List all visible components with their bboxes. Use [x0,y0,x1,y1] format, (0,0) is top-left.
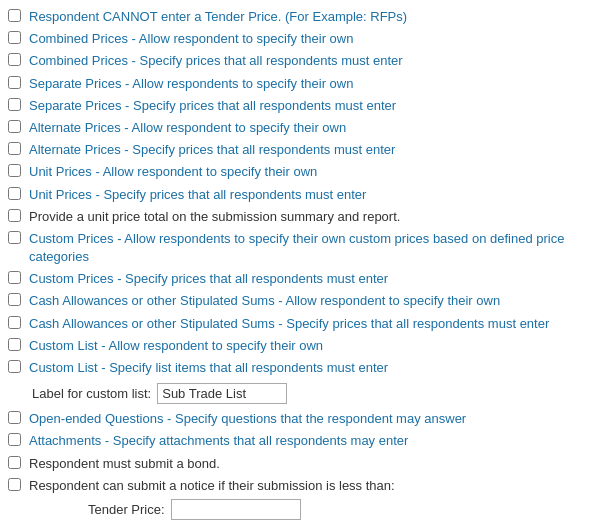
checkbox-label: Separate Prices - Specify prices that al… [29,97,396,115]
main-content: Respondent CANNOT enter a Tender Price. … [0,0,610,522]
checkbox-row: Cash Allowances or other Stipulated Sums… [8,313,602,335]
checkbox-cb1[interactable] [8,9,21,22]
checkbox-cb9[interactable] [8,187,21,200]
checkbox-cb3[interactable] [8,53,21,66]
checkbox-row: Custom List - Allow respondent to specif… [8,335,602,357]
checkbox-row: Respondent can submit a notice if their … [8,475,602,497]
checkbox-row: Unit Prices - Specify prices that all re… [8,184,602,206]
checkbox-row: Combined Prices - Allow respondent to sp… [8,28,602,50]
checkbox-cb11[interactable] [8,231,21,244]
checkbox-cb4[interactable] [8,76,21,89]
checkbox-label: Respondent must submit a bond. [29,455,220,473]
checkbox-cb20[interactable] [8,478,21,491]
checkbox-cb17[interactable] [8,411,21,424]
custom-list-row: Label for custom list: [32,379,602,408]
checkbox-cb16[interactable] [8,360,21,373]
checkbox-row: Separate Prices - Allow respondents to s… [8,73,602,95]
checkbox-label: Cash Allowances or other Stipulated Sums… [29,315,549,333]
checkbox-cb14[interactable] [8,316,21,329]
checkbox-row: Custom Prices - Specify prices that all … [8,268,602,290]
checkboxes-group1: Respondent CANNOT enter a Tender Price. … [8,6,602,379]
checkbox-cb10[interactable] [8,209,21,222]
tender-price-input[interactable] [171,499,301,520]
checkbox-cb8[interactable] [8,164,21,177]
checkbox-row: Custom List - Specify list items that al… [8,357,602,379]
checkbox-label: Unit Prices - Specify prices that all re… [29,186,366,204]
checkbox-row: Custom Prices - Allow respondents to spe… [8,228,602,268]
checkbox-cb13[interactable] [8,293,21,306]
checkbox-cb7[interactable] [8,142,21,155]
checkbox-label: Custom List - Specify list items that al… [29,359,388,377]
checkbox-cb2[interactable] [8,31,21,44]
checkbox-cb5[interactable] [8,98,21,111]
checkbox-row: Unit Prices - Allow respondent to specif… [8,161,602,183]
checkbox-row: Provide a unit price total on the submis… [8,206,602,228]
checkbox-cb12[interactable] [8,271,21,284]
checkbox-row: Respondent CANNOT enter a Tender Price. … [8,6,602,28]
tender-price-label: Tender Price: [88,502,165,517]
checkbox-label: Attachments - Specify attachments that a… [29,432,408,450]
checkbox-row: Combined Prices - Specify prices that al… [8,50,602,72]
checkbox-row: Attachments - Specify attachments that a… [8,430,602,452]
checkbox-cb6[interactable] [8,120,21,133]
checkbox-label: Alternate Prices - Specify prices that a… [29,141,395,159]
checkbox-label: Separate Prices - Allow respondents to s… [29,75,353,93]
checkbox-label: Unit Prices - Allow respondent to specif… [29,163,317,181]
checkbox-label: Respondent can submit a notice if their … [29,477,395,495]
checkboxes-group2: Open-ended Questions - Specify questions… [8,408,602,497]
checkbox-label: Cash Allowances or other Stipulated Sums… [29,292,500,310]
checkbox-row: Alternate Prices - Specify prices that a… [8,139,602,161]
checkbox-label: Respondent CANNOT enter a Tender Price. … [29,8,407,26]
checkbox-label: Open-ended Questions - Specify questions… [29,410,466,428]
footer: Previous Save & Proceed [0,526,610,531]
checkbox-row: Separate Prices - Specify prices that al… [8,95,602,117]
custom-list-input[interactable] [157,383,287,404]
checkbox-label: Alternate Prices - Allow respondent to s… [29,119,346,137]
checkbox-row: Alternate Prices - Allow respondent to s… [8,117,602,139]
checkbox-cb19[interactable] [8,456,21,469]
checkbox-label: Combined Prices - Allow respondent to sp… [29,30,353,48]
checkbox-cb18[interactable] [8,433,21,446]
checkbox-label: Provide a unit price total on the submis… [29,208,400,226]
checkbox-label: Custom Prices - Allow respondents to spe… [29,230,602,266]
checkbox-label: Custom Prices - Specify prices that all … [29,270,388,288]
custom-list-label: Label for custom list: [32,386,151,401]
checkbox-row: Respondent must submit a bond. [8,453,602,475]
checkbox-label: Combined Prices - Specify prices that al… [29,52,403,70]
checkbox-row: Open-ended Questions - Specify questions… [8,408,602,430]
checkbox-label: Custom List - Allow respondent to specif… [29,337,323,355]
checkbox-cb15[interactable] [8,338,21,351]
checkbox-row: Cash Allowances or other Stipulated Sums… [8,290,602,312]
tender-price-row: Tender Price: [88,497,602,522]
